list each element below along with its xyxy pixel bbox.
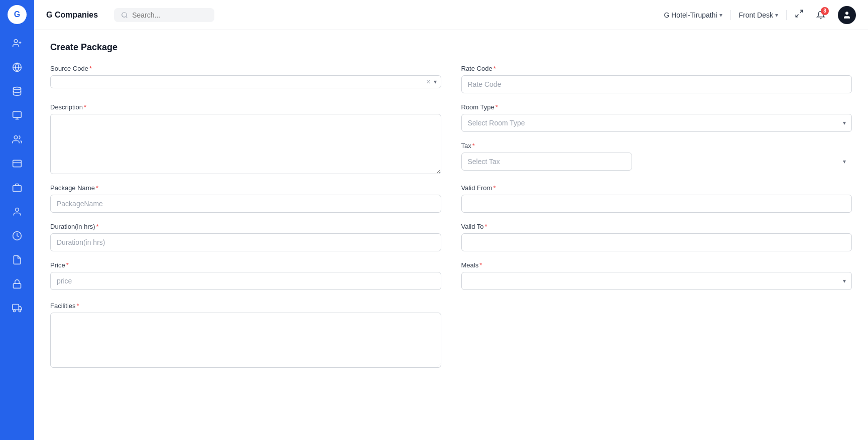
company-name: G Companies [46, 11, 98, 20]
sidebar-item-monitor[interactable] [6, 104, 28, 126]
svg-point-18 [19, 310, 21, 312]
meals-label: Meals* [461, 261, 852, 269]
sidebar-item-clock[interactable] [6, 225, 28, 247]
tax-select[interactable]: Select Tax [461, 153, 632, 171]
svg-point-17 [14, 310, 16, 312]
valid-to-group: Valid To* 24/07/2024 [461, 223, 852, 251]
package-name-label: Package Name* [50, 184, 441, 192]
svg-rect-16 [13, 305, 19, 310]
svg-line-21 [800, 10, 803, 13]
svg-point-13 [16, 208, 19, 212]
source-code-input[interactable] [55, 78, 426, 86]
room-type-select-wrapper: Select Room Type ▾ [461, 114, 852, 132]
svg-point-5 [14, 87, 21, 90]
sidebar-item-people[interactable] [6, 128, 28, 151]
svg-rect-15 [14, 283, 21, 288]
tax-group: Tax* Select Tax ▾ [461, 142, 852, 171]
price-label: Price* [50, 261, 441, 269]
rate-code-input[interactable] [461, 75, 852, 93]
create-package-form: Source Code* × ▾ Rate Code* [50, 65, 852, 368]
sidebar-item-car[interactable] [6, 297, 28, 319]
sidebar-item-add-user[interactable] [6, 32, 28, 54]
sidebar-item-lock[interactable] [6, 273, 28, 295]
topbar-divider [730, 10, 731, 20]
right-column-top: Room Type* Select Room Type ▾ Tax* [461, 103, 852, 174]
sidebar-item-document[interactable] [6, 249, 28, 271]
svg-line-20 [126, 16, 128, 18]
svg-line-22 [796, 15, 798, 17]
main-area: G Companies G Hotel-Tirupathi ▾ Front De… [34, 0, 868, 440]
search-box[interactable] [114, 8, 214, 22]
facilities-group: Facilities* [50, 302, 441, 368]
svg-point-19 [122, 12, 127, 17]
svg-point-23 [845, 12, 848, 15]
meals-select-wrapper: ▾ [461, 272, 852, 290]
source-code-select[interactable]: × ▾ [50, 75, 441, 88]
sidebar: G [0, 0, 34, 440]
desk-selector[interactable]: Front Desk ▾ [739, 11, 778, 19]
hotel-chevron-icon: ▾ [719, 12, 722, 19]
meals-group: Meals* ▾ [461, 261, 852, 290]
search-icon [121, 12, 128, 19]
valid-from-input[interactable]: 24/07/2024 [461, 195, 852, 213]
source-code-label: Source Code* [50, 65, 441, 72]
rate-code-group: Rate Code* [461, 65, 852, 93]
meals-select[interactable] [461, 272, 852, 290]
facilities-label: Facilities* [50, 302, 441, 310]
duration-label: Duration(in hrs)* [50, 223, 441, 230]
source-code-clear-icon[interactable]: × [426, 78, 430, 86]
topbar: G Companies G Hotel-Tirupathi ▾ Front De… [34, 0, 868, 30]
hotel-selector[interactable]: G Hotel-Tirupathi ▾ [664, 11, 722, 19]
avatar[interactable] [838, 6, 856, 24]
notification-button[interactable]: 8 [812, 6, 830, 24]
description-group: Description* [50, 103, 441, 174]
svg-point-0 [14, 40, 18, 43]
hotel-name: G Hotel-Tirupathi [664, 11, 717, 19]
page-title: Create Package [50, 42, 852, 53]
rate-code-label: Rate Code* [461, 65, 852, 72]
room-type-group: Room Type* Select Room Type ▾ [461, 103, 852, 132]
svg-rect-12 [13, 186, 22, 192]
description-textarea[interactable] [50, 114, 441, 174]
tax-chevron-icon: ▾ [843, 158, 846, 165]
svg-rect-10 [13, 160, 22, 167]
sidebar-item-globe[interactable] [6, 56, 28, 78]
package-name-group: Package Name* [50, 184, 441, 213]
expand-button[interactable] [795, 9, 804, 21]
sidebar-item-card[interactable] [6, 153, 28, 175]
notification-badge: 8 [821, 7, 829, 15]
price-input[interactable] [50, 272, 441, 290]
duration-input[interactable] [50, 233, 441, 251]
tax-label: Tax* [461, 142, 852, 150]
valid-to-input[interactable]: 24/07/2024 [461, 233, 852, 251]
topbar-divider2 [786, 10, 787, 20]
valid-to-label: Valid To* [461, 223, 852, 230]
sidebar-item-person[interactable] [6, 201, 28, 223]
topbar-right: G Hotel-Tirupathi ▾ Front Desk ▾ 8 [664, 6, 856, 24]
price-group: Price* [50, 261, 441, 290]
svg-rect-6 [13, 112, 22, 118]
room-type-select[interactable]: Select Room Type [461, 114, 852, 132]
avatar-icon [842, 11, 851, 20]
source-code-group: Source Code* × ▾ [50, 65, 441, 93]
valid-from-group: Valid From* 24/07/2024 [461, 184, 852, 213]
sidebar-item-database[interactable] [6, 80, 28, 102]
package-name-input[interactable] [50, 195, 441, 213]
desk-chevron-icon: ▾ [775, 12, 778, 19]
svg-point-9 [14, 136, 18, 139]
sidebar-logo[interactable]: G [8, 5, 27, 24]
desk-name: Front Desk [739, 11, 773, 19]
tax-select-wrapper: Select Tax ▾ [461, 153, 852, 171]
room-type-label: Room Type* [461, 103, 852, 111]
sidebar-item-briefcase[interactable] [6, 177, 28, 199]
source-code-chevron-icon[interactable]: ▾ [434, 78, 437, 85]
search-input[interactable] [132, 11, 202, 19]
description-label: Description* [50, 103, 441, 111]
duration-group: Duration(in hrs)* [50, 223, 441, 251]
valid-from-label: Valid From* [461, 184, 852, 192]
content-area: Create Package Source Code* × ▾ Rat [34, 30, 868, 440]
facilities-textarea[interactable] [50, 313, 441, 368]
source-code-actions: × ▾ [426, 78, 436, 86]
